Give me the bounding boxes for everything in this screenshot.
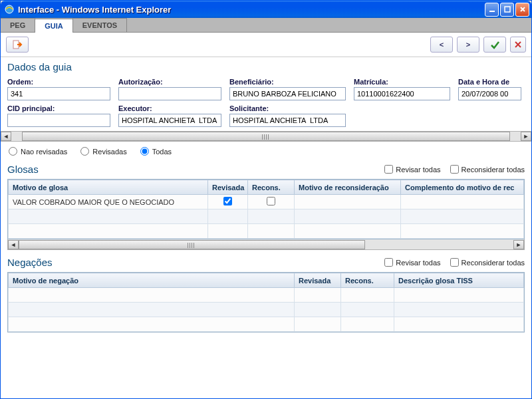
radio-revisadas[interactable]: Revisadas xyxy=(80,147,126,156)
table-row xyxy=(9,303,524,317)
negacoes-reconsiderar-todas[interactable]: Reconsiderar todas xyxy=(450,258,525,267)
autorizacao-label: Autorização: xyxy=(118,78,221,86)
exit-icon xyxy=(12,39,23,50)
scroll-right-icon[interactable]: ► xyxy=(521,132,531,141)
exit-button[interactable] xyxy=(6,37,29,53)
form-hscrollbar[interactable]: ◄ ► xyxy=(1,131,531,142)
negacoes-header: Negações Revisar todas Reconsiderar toda… xyxy=(1,254,531,271)
autorizacao-field[interactable] xyxy=(118,87,221,100)
solicitante-label: Solicitante: xyxy=(229,104,346,112)
table-row xyxy=(9,288,524,303)
confirm-button[interactable] xyxy=(483,37,506,53)
ie-icon xyxy=(4,4,15,15)
table-row xyxy=(9,317,524,332)
maximize-button[interactable] xyxy=(500,3,514,17)
delete-icon xyxy=(513,39,523,50)
beneficiario-field[interactable] xyxy=(229,87,346,100)
col-revisada[interactable]: Revisada xyxy=(208,180,248,195)
col-motivo-negacao[interactable]: Motivo de negação xyxy=(9,273,295,288)
radio-nao-revisadas[interactable]: Nao revisadas xyxy=(9,147,67,156)
glosas-header: Glosas Revisar todas Reconsiderar todas xyxy=(1,161,531,178)
toolbar: < > xyxy=(1,33,531,57)
ordem-field[interactable] xyxy=(7,87,110,100)
cell-motivo-recon[interactable] xyxy=(295,195,401,209)
scroll-thumb[interactable] xyxy=(22,132,510,141)
col-descricao-tiss[interactable]: Descrição glosa TISS xyxy=(394,273,524,288)
table-row xyxy=(9,209,524,224)
col-complemento[interactable]: Complemento do motivo de rec xyxy=(401,180,524,195)
matricula-field[interactable] xyxy=(354,87,450,100)
cid-label: CID principal: xyxy=(7,104,110,112)
cid-field[interactable] xyxy=(7,114,110,127)
glosas-title: Glosas xyxy=(7,162,375,176)
window-buttons xyxy=(485,3,529,17)
negacoes-title: Negações xyxy=(7,255,375,269)
negacoes-grid: Motivo de negação Revisada Recons. Descr… xyxy=(7,272,525,332)
scroll-thumb[interactable] xyxy=(19,240,365,249)
datahora-field[interactable] xyxy=(458,87,521,100)
svg-rect-1 xyxy=(489,11,495,12)
negacoes-revisar-todas[interactable]: Revisar todas xyxy=(384,258,440,267)
col-neg-revisada[interactable]: Revisada xyxy=(295,273,341,288)
glosas-revisar-todas[interactable]: Revisar todas xyxy=(384,165,440,174)
tab-bar: PEG GUIA EVENTOS xyxy=(1,18,531,33)
scroll-left-icon[interactable]: ◄ xyxy=(8,240,19,249)
dados-title: Dados da guia xyxy=(1,57,531,74)
glosas-grid: Motivo de glosa Revisada Recons. Motivo … xyxy=(7,179,525,239)
content-area: PEG GUIA EVENTOS < > Dados da guia Ordem… xyxy=(1,18,531,398)
cell-revisada[interactable] xyxy=(208,195,248,209)
cell-recons[interactable] xyxy=(248,195,295,209)
executor-field[interactable] xyxy=(118,114,221,127)
solicitante-field[interactable] xyxy=(229,114,346,127)
tab-eventos[interactable]: EVENTOS xyxy=(72,18,127,32)
minimize-button[interactable] xyxy=(485,3,499,17)
cell-motivo: VALOR COBRADO MAIOR QUE O NEGOCIADO xyxy=(9,195,208,209)
table-row xyxy=(9,224,524,239)
col-motivo-recon[interactable]: Motivo de reconsideração xyxy=(295,180,401,195)
next-button[interactable]: > xyxy=(457,37,479,53)
close-button[interactable] xyxy=(515,3,529,17)
col-recons[interactable]: Recons. xyxy=(248,180,295,195)
glosas-hscrollbar[interactable]: ◄ ► xyxy=(7,239,525,250)
filter-radios: Nao revisadas Revisadas Todas xyxy=(1,142,531,161)
tab-guia[interactable]: GUIA xyxy=(35,19,73,33)
check-icon xyxy=(489,39,500,50)
tab-peg[interactable]: PEG xyxy=(1,18,35,32)
prev-button[interactable]: < xyxy=(430,37,453,53)
col-neg-recons[interactable]: Recons. xyxy=(341,273,394,288)
col-motivo-glosa[interactable]: Motivo de glosa xyxy=(9,180,208,195)
radio-todas[interactable]: Todas xyxy=(140,147,172,156)
window-title: Interface - Windows Internet Explorer xyxy=(18,5,485,15)
titlebar: Interface - Windows Internet Explorer xyxy=(1,1,531,18)
scroll-left-icon[interactable]: ◄ xyxy=(1,132,11,141)
matricula-label: Matrícula: xyxy=(354,78,450,86)
table-row[interactable]: VALOR COBRADO MAIOR QUE O NEGOCIADO xyxy=(9,195,524,209)
ordem-label: Ordem: xyxy=(7,78,110,86)
glosas-reconsiderar-todas[interactable]: Reconsiderar todas xyxy=(450,165,525,174)
cell-complemento[interactable] xyxy=(401,195,524,209)
svg-rect-2 xyxy=(505,7,510,12)
app-window: Interface - Windows Internet Explorer PE… xyxy=(0,0,532,399)
delete-button[interactable] xyxy=(510,37,526,53)
dados-form: Ordem: Autorização: Beneficiário: Matríc… xyxy=(1,74,531,131)
executor-label: Executor: xyxy=(118,104,221,112)
scroll-right-icon[interactable]: ► xyxy=(513,240,524,249)
datahora-label: Data e Hora de xyxy=(458,78,521,86)
beneficiario-label: Beneficiário: xyxy=(229,78,346,86)
